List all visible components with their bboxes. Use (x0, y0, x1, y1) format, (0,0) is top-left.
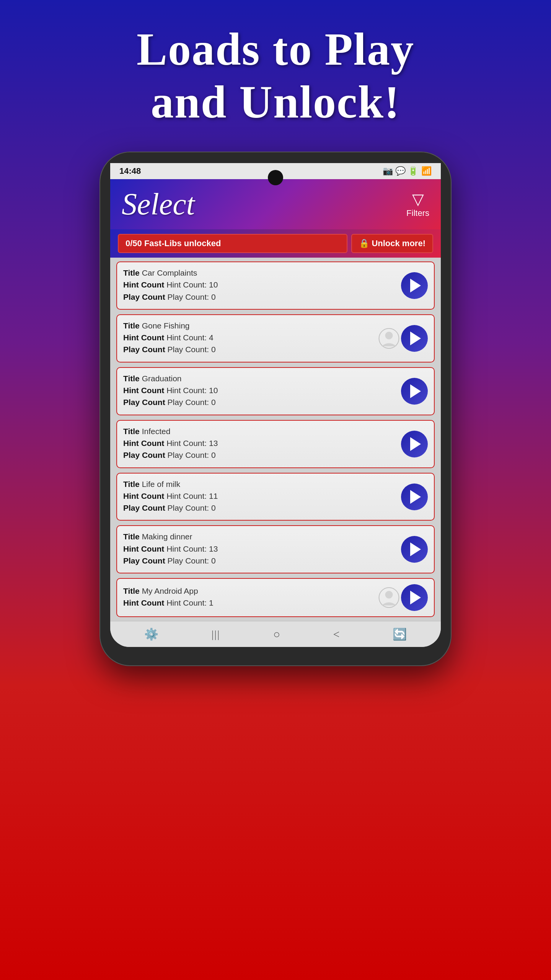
play-arrow-icon (410, 332, 421, 345)
home-indicator[interactable]: ||| (212, 628, 220, 640)
hint-value: Hint Count: 10 (166, 280, 218, 289)
hint-value: Hint Count: 10 (166, 386, 218, 395)
item-info: Title Car ComplaintsHint Count Hint Coun… (123, 268, 397, 304)
item-info: Title My Android AppHint Count Hint Coun… (123, 586, 397, 610)
hint-label: Hint Count (123, 439, 166, 448)
list-item: Title Making dinnerHint Count Hint Count… (116, 525, 435, 573)
fast-libs-badge: 0/50 Fast-Libs unlocked (118, 234, 347, 253)
unlock-bar: 0/50 Fast-Libs unlocked 🔒 Unlock more! (110, 229, 441, 258)
play-value: Play Count: 0 (168, 451, 216, 459)
hint-label: Hint Count (123, 492, 166, 500)
hint-label: Hint Count (123, 280, 166, 289)
filter-label: Filters (406, 208, 429, 218)
play-label: Play Count (123, 345, 168, 354)
hint-value: Hint Count: 11 (166, 492, 218, 500)
play-label: Play Count (123, 292, 168, 301)
item-play-row: Play Count Play Count: 0 (123, 344, 397, 354)
title-label: Title (123, 321, 142, 330)
item-title-row: Title Making dinner (123, 531, 397, 542)
hint-value: Hint Count: 4 (166, 333, 214, 342)
title-label: Title (123, 532, 142, 541)
hero-title: Loads to Play and Unlock! (114, 23, 437, 129)
item-play-row: Play Count Play Count: 0 (123, 450, 397, 460)
title-value: Infected (142, 427, 171, 436)
item-hint-row: Hint Count Hint Count: 1 (123, 598, 397, 608)
notification-icons: 📷 💬 🔋 (383, 166, 418, 176)
hint-value: Hint Count: 1 (166, 598, 214, 607)
item-hint-row: Hint Count Hint Count: 13 (123, 544, 397, 554)
title-label: Title (123, 268, 142, 277)
item-title-row: Title My Android App (123, 586, 397, 596)
title-value: Making dinner (142, 532, 192, 541)
title-value: My Android App (142, 586, 198, 595)
list-item: Title Gone FishingHint Count Hint Count:… (116, 314, 435, 363)
item-hint-row: Hint Count Hint Count: 4 (123, 332, 397, 343)
play-button[interactable] (401, 378, 428, 405)
unlock-more-button[interactable]: 🔒 Unlock more! (351, 234, 433, 253)
item-info: Title Making dinnerHint Count Hint Count… (123, 531, 397, 567)
title-label: Title (123, 480, 142, 488)
hint-value: Hint Count: 13 (166, 544, 218, 553)
hint-value: Hint Count: 13 (166, 439, 218, 448)
status-icons: 📷 💬 🔋 📶 (383, 166, 432, 176)
list-item: Title Car ComplaintsHint Count Hint Coun… (116, 261, 435, 310)
title-value: Graduation (142, 374, 182, 383)
settings-icon[interactable]: ⚙️ (144, 627, 158, 641)
hint-label: Hint Count (123, 598, 166, 607)
title-label: Title (123, 427, 142, 436)
play-button[interactable] (401, 272, 428, 299)
play-value: Play Count: 0 (168, 292, 216, 301)
play-button[interactable] (401, 483, 428, 510)
play-label: Play Count (123, 398, 168, 407)
play-arrow-icon (410, 437, 421, 451)
item-title-row: Title Gone Fishing (123, 320, 397, 331)
user-created-badge (378, 587, 399, 608)
svg-point-1 (385, 332, 393, 339)
back-icon[interactable]: < (333, 628, 339, 641)
play-value: Play Count: 0 (168, 345, 216, 354)
title-label: Title (123, 374, 142, 383)
item-title-row: Title Car Complaints (123, 268, 397, 278)
item-play-row: Play Count Play Count: 0 (123, 555, 397, 566)
recents-icon[interactable]: 🔄 (393, 627, 407, 641)
title-label: Title (123, 586, 142, 595)
title-value: Life of milk (142, 480, 180, 488)
content-list: Title Car ComplaintsHint Count Hint Coun… (110, 258, 441, 621)
app-title: Select (122, 187, 195, 222)
play-button[interactable] (401, 325, 428, 352)
item-title-row: Title Infected (123, 426, 397, 436)
item-hint-row: Hint Count Hint Count: 13 (123, 438, 397, 448)
play-label: Play Count (123, 451, 168, 459)
item-play-row: Play Count Play Count: 0 (123, 397, 397, 407)
home-circle-icon[interactable]: ○ (273, 628, 280, 641)
item-hint-row: Hint Count Hint Count: 10 (123, 385, 397, 395)
signal-icons: 📶 (421, 166, 432, 176)
item-play-row: Play Count Play Count: 0 (123, 292, 397, 302)
play-arrow-icon (410, 490, 421, 504)
list-item: Title My Android AppHint Count Hint Coun… (116, 578, 435, 617)
item-info: Title InfectedHint Count Hint Count: 13P… (123, 426, 397, 462)
phone-wrapper: 14:48 📷 💬 🔋 📶 Select ▽ Filters 0/50 Fast… (99, 152, 452, 666)
play-arrow-icon (410, 591, 421, 604)
item-play-row: Play Count Play Count: 0 (123, 503, 397, 513)
item-hint-row: Hint Count Hint Count: 11 (123, 491, 397, 501)
play-arrow-icon (410, 542, 421, 556)
hint-label: Hint Count (123, 333, 166, 342)
play-button[interactable] (401, 584, 428, 611)
list-item: Title InfectedHint Count Hint Count: 13P… (116, 420, 435, 468)
play-button[interactable] (401, 431, 428, 457)
title-value: Gone Fishing (142, 321, 190, 330)
list-item: Title GraduationHint Count Hint Count: 1… (116, 367, 435, 415)
nav-bar: ⚙️ ||| ○ < 🔄 (110, 621, 441, 647)
play-arrow-icon (410, 384, 421, 398)
item-hint-row: Hint Count Hint Count: 10 (123, 279, 397, 290)
play-label: Play Count (123, 556, 168, 565)
phone-screen: Select ▽ Filters 0/50 Fast-Libs unlocked… (110, 179, 441, 647)
hint-label: Hint Count (123, 544, 166, 553)
item-info: Title GraduationHint Count Hint Count: 1… (123, 373, 397, 409)
play-value: Play Count: 0 (168, 503, 216, 512)
filter-button[interactable]: ▽ Filters (406, 190, 429, 218)
title-value: Car Complaints (142, 268, 197, 277)
play-button[interactable] (401, 536, 428, 563)
filter-icon: ▽ (412, 190, 424, 208)
